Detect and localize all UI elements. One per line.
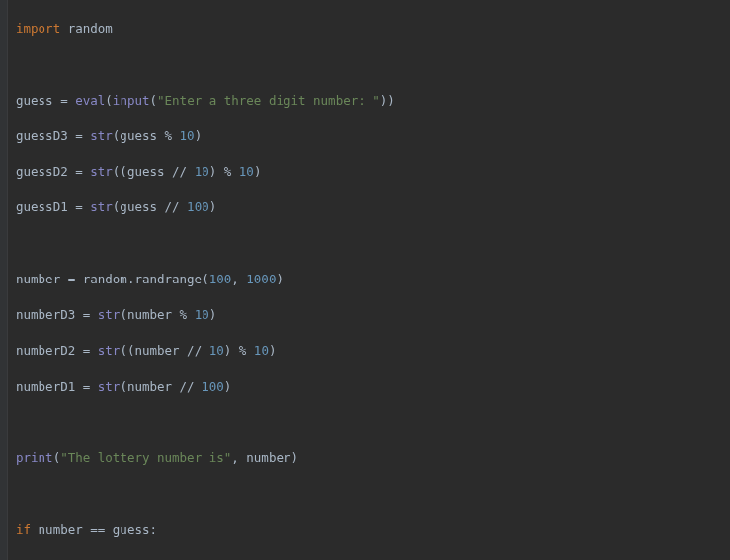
code-line: guessD2 = str((guess // 10) % 10) [16,163,730,181]
code-line [16,414,730,432]
code-line: numberD2 = str((number // 10) % 10) [16,342,730,360]
code-line [16,235,730,253]
code-line: import random [16,20,730,38]
code-line: number = random.randrange(100, 1000) [16,271,730,288]
code-line: numberD1 = str(number // 100) [16,378,730,396]
code-line [16,55,730,73]
code-line: if number == guess: [16,521,730,539]
code-line: guess = eval(input("Enter a three digit … [16,92,730,110]
code-line: print("The lottery number is", number) [16,449,730,467]
code-editor[interactable]: import random guess = eval(input("Enter … [0,2,730,560]
code-line: numberD3 = str(number % 10) [16,306,730,324]
code-line [16,485,730,503]
editor-gutter [0,0,8,560]
code-line: guessD1 = str(guess // 100) [16,199,730,216]
code-line: guessD3 = str(guess % 10) [16,127,730,145]
